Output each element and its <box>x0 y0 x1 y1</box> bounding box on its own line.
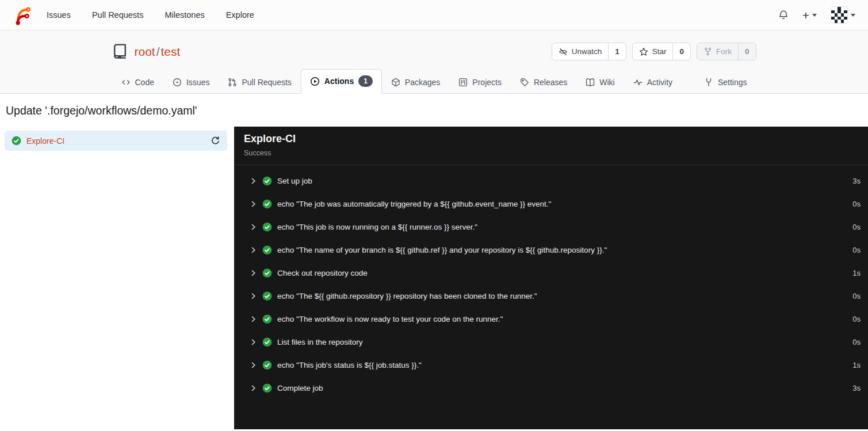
star-label: Star <box>652 47 667 56</box>
step-row[interactable]: List files in the repository 0s <box>234 330 868 353</box>
step-duration: 3s <box>852 177 861 185</box>
user-menu[interactable] <box>831 6 855 24</box>
repo-book-icon <box>112 44 128 59</box>
code-icon <box>121 78 131 87</box>
job-log-panel: Explore-CI Success Set up job 3s echo "T… <box>234 127 868 429</box>
tab-code[interactable]: Code <box>112 71 163 93</box>
chevron-right-icon[interactable] <box>250 315 257 323</box>
tab-issues[interactable]: Issues <box>163 71 219 93</box>
step-row[interactable]: echo "The ${{ github.repository }} repos… <box>234 284 868 307</box>
refresh-icon[interactable] <box>211 136 220 146</box>
check-circle-icon <box>262 268 272 278</box>
step-duration: 0s <box>852 200 861 208</box>
step-row[interactable]: Set up job 3s <box>234 169 868 192</box>
step-row[interactable]: echo "The job was automatically triggere… <box>234 192 868 215</box>
nav-milestones[interactable]: Milestones <box>165 10 204 20</box>
step-name: Set up job <box>277 177 312 185</box>
step-row[interactable]: echo "The workflow is now ready to test … <box>234 307 868 330</box>
breadcrumb: root / test <box>135 45 181 59</box>
package-icon <box>391 78 400 87</box>
repo-title-row: root / test Unwatch 1 <box>112 30 756 69</box>
tag-icon <box>520 78 529 87</box>
chevron-right-icon[interactable] <box>250 269 257 277</box>
tab-label: Settings <box>718 78 747 87</box>
tab-projects[interactable]: Projects <box>449 71 511 93</box>
check-circle-icon <box>262 360 272 370</box>
step-row[interactable]: echo "The name of your branch is ${{ git… <box>234 238 868 261</box>
check-circle-icon <box>12 136 21 146</box>
step-duration: 0s <box>852 246 861 254</box>
nav-pull-requests[interactable]: Pull Requests <box>92 10 143 20</box>
actions-count-badge: 1 <box>358 75 373 87</box>
chevron-right-icon[interactable] <box>250 246 257 254</box>
nav-issues[interactable]: Issues <box>47 10 71 20</box>
page-title: Update '.forgejo/workflows/demo.yaml' <box>6 104 862 117</box>
tab-label: Issues <box>186 78 209 87</box>
repo-header: root / test Unwatch 1 <box>0 30 868 94</box>
step-name: echo "The workflow is now ready to test … <box>277 315 503 323</box>
job-status: Success <box>244 149 858 157</box>
tab-label: Projects <box>472 78 502 87</box>
chevron-right-icon[interactable] <box>250 361 257 369</box>
pulse-icon <box>633 78 643 87</box>
step-duration: 3s <box>852 384 861 392</box>
chevron-right-icon[interactable] <box>250 384 257 392</box>
tab-activity[interactable]: Activity <box>624 71 682 93</box>
chevron-right-icon[interactable] <box>250 292 257 300</box>
fork-icon <box>703 47 712 56</box>
chevron-right-icon[interactable] <box>250 338 257 346</box>
tools-icon <box>704 78 713 87</box>
tab-wiki[interactable]: Wiki <box>576 71 624 93</box>
chevron-right-icon[interactable] <box>250 223 257 231</box>
step-name: echo "The ${{ github.repository }} repos… <box>277 292 537 300</box>
star-count[interactable]: 0 <box>672 43 690 60</box>
tab-label: Pull Requests <box>242 78 291 87</box>
step-row[interactable]: Complete job 3s <box>234 376 868 399</box>
breadcrumb-separator: / <box>156 45 160 59</box>
plus-icon: + <box>802 9 809 21</box>
tab-pull-requests[interactable]: Pull Requests <box>219 71 300 93</box>
tab-label: Packages <box>405 78 440 87</box>
step-duration: 0s <box>852 292 861 300</box>
jobs-sidebar: Explore-CI <box>0 127 234 429</box>
step-duration: 1s <box>852 361 861 369</box>
repo-name-link[interactable]: test <box>161 45 181 59</box>
step-name: echo "The job was automatically triggere… <box>277 200 551 208</box>
star-button[interactable]: Star 0 <box>632 43 691 60</box>
forgejo-logo-icon[interactable] <box>13 5 32 25</box>
step-name: echo "This job is now running on a ${{ r… <box>277 223 477 231</box>
check-circle-icon <box>262 222 272 232</box>
chevron-right-icon[interactable] <box>250 200 257 208</box>
job-title: Explore-CI <box>244 133 858 145</box>
tab-packages[interactable]: Packages <box>382 71 449 93</box>
check-circle-icon <box>262 383 272 393</box>
pull-request-icon <box>228 78 237 87</box>
play-circle-icon <box>310 77 320 86</box>
step-duration: 0s <box>852 315 861 323</box>
unwatch-button[interactable]: Unwatch 1 <box>552 43 626 60</box>
job-item-explore-ci[interactable]: Explore-CI <box>5 131 227 151</box>
fork-label: Fork <box>716 47 732 56</box>
project-board-icon <box>458 78 468 87</box>
tab-label: Releases <box>534 78 567 87</box>
unwatch-label: Unwatch <box>572 47 602 56</box>
notifications-bell-icon[interactable] <box>778 10 789 20</box>
navbar-right: + <box>778 6 855 24</box>
tab-settings[interactable]: Settings <box>695 71 756 93</box>
tab-actions[interactable]: Actions 1 <box>301 69 382 94</box>
nav-explore[interactable]: Explore <box>226 10 254 20</box>
create-new-menu[interactable]: + <box>802 9 817 21</box>
step-row[interactable]: echo "This job's status is ${{ job.statu… <box>234 353 868 376</box>
step-row[interactable]: Check out repository code 1s <box>234 261 868 284</box>
tab-label: Activity <box>647 78 672 87</box>
step-row[interactable]: echo "This job is now running on a ${{ r… <box>234 215 868 238</box>
step-name: Check out repository code <box>277 269 368 277</box>
chevron-right-icon[interactable] <box>250 177 257 185</box>
watch-count[interactable]: 1 <box>608 43 626 60</box>
tab-label: Actions <box>324 77 354 86</box>
check-circle-icon <box>262 337 272 347</box>
step-name: echo "The name of your branch is ${{ git… <box>277 246 607 254</box>
tab-releases[interactable]: Releases <box>511 71 576 93</box>
repo-owner-link[interactable]: root <box>135 45 155 59</box>
check-circle-icon <box>262 199 272 209</box>
